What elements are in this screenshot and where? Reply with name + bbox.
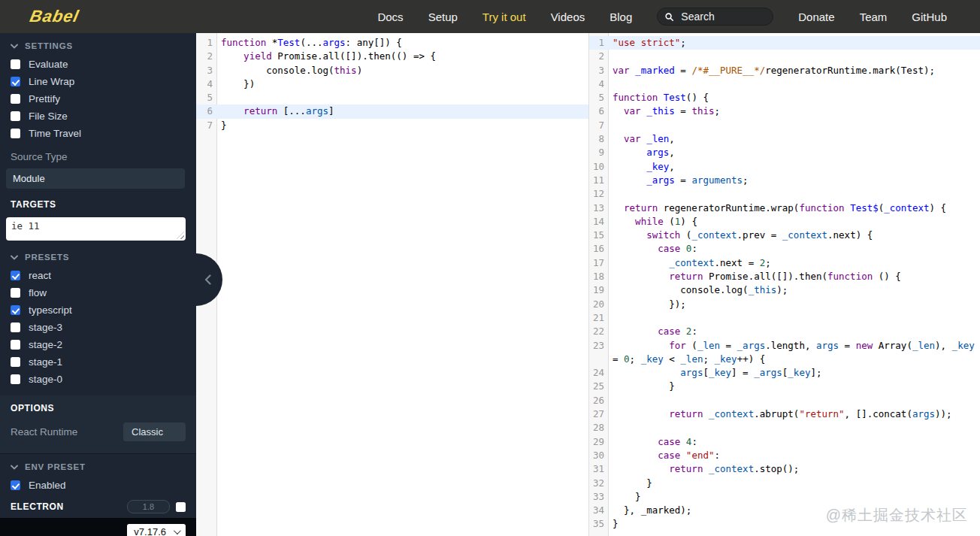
checkbox-row-prettify[interactable]: Prettify — [0, 90, 196, 108]
chevron-left-icon — [204, 274, 211, 285]
line-number: 23 — [589, 339, 609, 353]
unchecked-checkbox-icon[interactable] — [11, 94, 20, 104]
code-text: case 0: — [609, 242, 697, 256]
checkbox-row-react[interactable]: react — [0, 267, 196, 284]
nav-link-blog[interactable]: Blog — [609, 11, 632, 23]
unchecked-checkbox-icon[interactable] — [11, 340, 20, 350]
code-line: 12 — [589, 187, 980, 201]
code-text: var _marked = /*#__PURE__*/regeneratorRu… — [609, 64, 935, 77]
babel-version-select[interactable]: v7.17.6 — [127, 524, 186, 536]
unchecked-checkbox-icon[interactable] — [11, 111, 20, 121]
checkbox-row-enabled[interactable]: Enabled — [0, 477, 196, 494]
line-number: 13 — [589, 201, 609, 215]
unchecked-checkbox-icon[interactable] — [11, 374, 20, 384]
code-line: 18 return Promise.all([]).then(function … — [589, 270, 980, 283]
unchecked-checkbox-icon[interactable] — [11, 357, 20, 367]
checkbox-row-stage-0[interactable]: stage-0 — [0, 371, 196, 388]
source-code-editor[interactable]: 1function *Test(...args: any[]) {2 yield… — [196, 33, 588, 536]
nav-link-setup[interactable]: Setup — [428, 11, 458, 23]
code-line: 27 return _context.abrupt("return", [].c… — [589, 407, 980, 421]
source-type-label: Source Type — [0, 142, 196, 167]
code-text: var _len, — [609, 132, 675, 146]
checkbox-row-typescript[interactable]: typescript — [0, 301, 196, 319]
presets-title: PRESETS — [25, 253, 69, 262]
code-text: return _context.abrupt("return", [].conc… — [609, 407, 952, 421]
nav-links-right: DonateTeamGitHub — [798, 11, 947, 23]
code-text: }) — [217, 77, 255, 91]
nav-link-team[interactable]: Team — [860, 11, 888, 23]
search-input[interactable] — [679, 10, 765, 23]
nav-link-docs[interactable]: Docs — [377, 11, 403, 23]
electron-checkbox[interactable] — [176, 502, 186, 512]
checkbox-row-line-wrap[interactable]: Line Wrap — [0, 73, 196, 90]
compiled-output-editor[interactable]: 1"use strict";2 3var _marked = /*#__PURE… — [588, 33, 980, 536]
react-runtime-select[interactable]: Classic — [123, 422, 186, 441]
checked-checkbox-icon[interactable] — [11, 77, 20, 86]
checked-checkbox-icon[interactable] — [11, 271, 20, 280]
code-line: 6 var _this = this; — [589, 104, 980, 118]
code-line: 13 return regeneratorRuntime.wrap(functi… — [589, 201, 980, 215]
env-preset-section-header[interactable]: ENV PRESET — [0, 454, 196, 477]
code-line: 35} — [589, 517, 980, 531]
checkbox-row-stage-1[interactable]: stage-1 — [0, 353, 196, 371]
line-number: 26 — [589, 394, 609, 407]
nav-link-videos[interactable]: Videos — [551, 11, 585, 23]
line-number: 4 — [589, 77, 609, 91]
nav-link-github[interactable]: GitHub — [912, 11, 947, 23]
nav-link-try-it-out[interactable]: Try it out — [482, 11, 526, 23]
line-number: 2 — [589, 50, 609, 63]
checkbox-row-evaluate[interactable]: Evaluate — [0, 56, 196, 73]
line-number: 32 — [589, 477, 609, 490]
line-number: 31 — [589, 462, 609, 476]
presets-section-header[interactable]: PRESETS — [0, 241, 196, 267]
code-text: return [...args] — [217, 104, 334, 118]
line-number: 9 — [589, 146, 609, 159]
checkbox-row-stage-3[interactable]: stage-3 — [0, 319, 196, 336]
line-number: 18 — [589, 270, 609, 283]
search-box[interactable] — [657, 8, 773, 26]
checkbox-row-file-size[interactable]: File Size — [0, 108, 196, 125]
code-line: 1function *Test(...args: any[]) { — [196, 36, 588, 50]
electron-version-input[interactable] — [127, 500, 170, 513]
targets-title: TARGETS — [0, 189, 196, 216]
line-number: 10 — [589, 160, 609, 174]
unchecked-checkbox-icon[interactable] — [11, 129, 20, 138]
checkbox-row-stage-2[interactable]: stage-2 — [0, 336, 196, 353]
code-line: 19 console.log(_this); — [589, 283, 980, 297]
code-text: function Test() { — [609, 91, 709, 104]
checkbox-label: react — [29, 270, 51, 281]
babel-version-value: v7.17.6 — [134, 526, 166, 536]
settings-section-header[interactable]: SETTINGS — [0, 33, 196, 56]
checkbox-row-time-travel[interactable]: Time Travel — [0, 125, 196, 142]
targets-input[interactable]: ie 11 — [6, 217, 186, 241]
line-number: 1 — [196, 36, 217, 50]
code-text — [609, 119, 619, 132]
code-line: 28 — [589, 421, 980, 435]
line-number: 4 — [196, 77, 217, 91]
line-number: 34 — [589, 504, 609, 517]
code-line: 21 — [589, 311, 980, 325]
checkbox-row-flow[interactable]: flow — [0, 284, 196, 301]
settings-title: SETTINGS — [25, 41, 73, 50]
unchecked-checkbox-icon[interactable] — [11, 288, 20, 298]
nav-link-donate[interactable]: Donate — [798, 11, 834, 23]
checked-checkbox-icon[interactable] — [11, 480, 20, 490]
code-text — [609, 77, 619, 91]
options-title: OPTIONS — [0, 397, 196, 419]
nav-links-left: DocsSetupTry it outVideosBlog — [377, 11, 632, 23]
code-text: console.log(_this); — [609, 283, 788, 297]
line-number: 8 — [589, 132, 609, 146]
source-type-select[interactable]: Module — [6, 168, 185, 189]
babel-logo[interactable]: Babel — [28, 7, 80, 26]
code-line: 26 — [589, 394, 980, 407]
code-text — [609, 50, 619, 63]
code-line: 11 _args = arguments; — [589, 174, 980, 187]
chevron-down-icon — [11, 465, 18, 470]
checkbox-label: Prettify — [29, 93, 60, 104]
unchecked-checkbox-icon[interactable] — [11, 323, 20, 332]
env-preset-title: ENV PRESET — [25, 462, 86, 471]
checked-checkbox-icon[interactable] — [11, 305, 20, 315]
code-text: console.log(this) — [217, 64, 362, 77]
unchecked-checkbox-icon[interactable] — [11, 59, 20, 69]
sidebar: SETTINGS EvaluateLine WrapPrettifyFile S… — [0, 33, 196, 536]
